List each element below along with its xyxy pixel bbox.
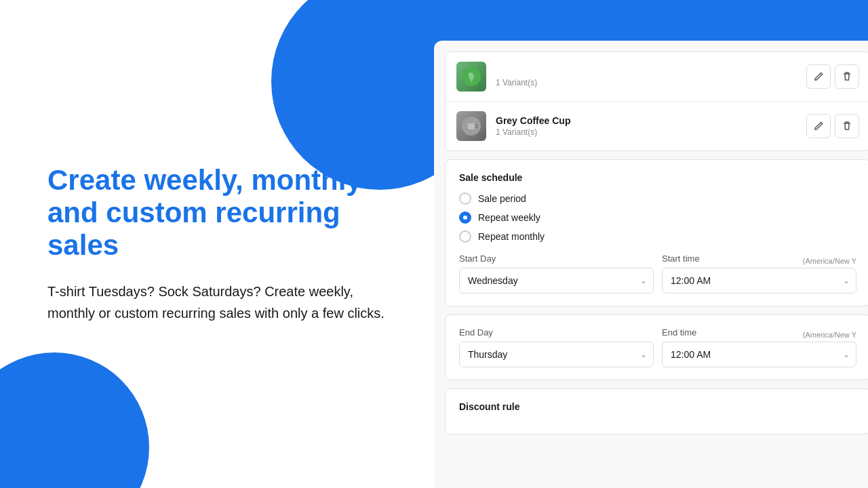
plant-icon [462, 67, 481, 86]
start-day-label: Start Day [459, 253, 654, 264]
product-actions-1 [806, 64, 859, 89]
product-thumb-1 [456, 62, 486, 92]
edit-button-2[interactable] [806, 114, 831, 138]
main-heading: Create weekly, monthly and custom recurr… [47, 164, 387, 262]
end-time-select-wrapper: 12:00 AM 12:30 AM 1:00 AM ⌄ [662, 342, 856, 367]
product-variants-2: 1 Variant(s) [496, 127, 806, 137]
blob-bottom-decoration [0, 352, 149, 488]
end-time-select[interactable]: 12:00 AM 12:30 AM 1:00 AM [662, 342, 856, 367]
edit-icon-2 [813, 121, 824, 131]
radio-circle-repeat-weekly [459, 211, 471, 224]
radio-repeat-weekly[interactable]: Repeat weekly [459, 211, 856, 224]
start-day-select-wrapper: Sunday Monday Tuesday Wednesday Thursday… [459, 268, 654, 293]
end-time-label-row: End time (America/New Y [662, 327, 856, 342]
end-day-label: End Day [459, 327, 654, 338]
end-day-select[interactable]: Sunday Monday Tuesday Wednesday Thursday… [459, 342, 654, 367]
start-time-group: Start time (America/New Y 12:00 AM 12:30… [662, 253, 856, 293]
end-time-label: End time [662, 327, 696, 338]
start-fields-row: Start Day Sunday Monday Tuesday Wednesda… [459, 253, 856, 293]
right-panel: 1 Variant(s) [434, 0, 868, 488]
end-day-group: End Day Sunday Monday Tuesday Wednesday … [459, 327, 654, 367]
start-day-select[interactable]: Sunday Monday Tuesday Wednesday Thursday… [459, 268, 654, 293]
start-time-label-row: Start time (America/New Y [662, 253, 856, 268]
radio-group: Sale period Repeat weekly Repeat monthly [459, 192, 856, 243]
delete-button-1[interactable] [835, 64, 859, 89]
radio-label-sale-period: Sale period [478, 193, 526, 204]
radio-circle-repeat-monthly [459, 230, 471, 243]
start-time-select-wrapper: 12:00 AM 12:30 AM 1:00 AM ⌄ [662, 268, 856, 293]
end-fields-row: End Day Sunday Monday Tuesday Wednesday … [459, 327, 856, 367]
left-panel: Create weekly, monthly and custom recurr… [0, 0, 434, 488]
radio-label-repeat-monthly: Repeat monthly [478, 231, 545, 242]
cup-icon [462, 117, 481, 136]
radio-circle-sale-period [459, 192, 471, 205]
product-info-1: 1 Variant(s) [496, 66, 806, 87]
start-timezone-hint: (America/New Y [803, 257, 856, 265]
edit-icon-1 [813, 71, 824, 82]
start-time-label: Start time [662, 253, 700, 264]
end-day-select-wrapper: Sunday Monday Tuesday Wednesday Thursday… [459, 342, 654, 367]
radio-label-repeat-weekly: Repeat weekly [478, 212, 540, 223]
left-content: Create weekly, monthly and custom recurr… [47, 164, 387, 325]
product-variants-1: 1 Variant(s) [496, 78, 806, 87]
discount-section: Discount rule [445, 388, 868, 434]
product-name-2: Grey Coffee Cup [496, 115, 806, 126]
product-list: 1 Variant(s) [445, 52, 868, 151]
product-item-2: Grey Coffee Cup 1 Variant(s) [446, 102, 868, 150]
delete-button-2[interactable] [835, 114, 859, 138]
end-day-time-section: End Day Sunday Monday Tuesday Wednesday … [445, 314, 868, 380]
product-thumb-2 [456, 111, 486, 141]
start-day-group: Start Day Sunday Monday Tuesday Wednesda… [459, 253, 654, 293]
edit-button-1[interactable] [806, 64, 831, 89]
radio-sale-period[interactable]: Sale period [459, 192, 856, 205]
schedule-title: Sale schedule [459, 172, 856, 183]
end-timezone-hint: (America/New Y [803, 331, 856, 339]
trash-icon-2 [842, 121, 852, 131]
product-name-1 [496, 66, 806, 77]
trash-icon-1 [842, 71, 852, 82]
product-actions-2 [806, 114, 859, 138]
discount-title: Discount rule [459, 401, 856, 412]
product-item-1: 1 Variant(s) [446, 52, 868, 102]
card-container: 1 Variant(s) [434, 41, 868, 488]
start-time-select[interactable]: 12:00 AM 12:30 AM 1:00 AM [662, 268, 856, 293]
schedule-section: Sale schedule Sale period Repeat weekly … [445, 159, 868, 306]
radio-repeat-monthly[interactable]: Repeat monthly [459, 230, 856, 243]
sub-text: T-shirt Tuesdays? Sock Saturdays? Create… [47, 281, 387, 324]
blob-top-decoration [271, 0, 434, 190]
product-info-2: Grey Coffee Cup 1 Variant(s) [496, 115, 806, 137]
end-time-group: End time (America/New Y 12:00 AM 12:30 A… [662, 327, 856, 367]
